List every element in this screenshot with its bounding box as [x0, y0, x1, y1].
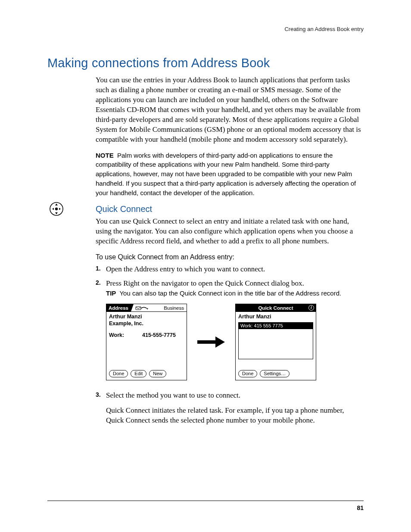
qc-title: Quick Connect	[258, 304, 293, 312]
contact-name: Arthur Manzi	[109, 314, 184, 320]
navigator-icon	[49, 202, 64, 216]
running-head: Creating an Address Book entry	[47, 26, 364, 32]
connect-method-list[interactable]: Work: 415 555 7775	[238, 322, 313, 359]
screenshot-row: Address Business	[106, 304, 364, 380]
new-button[interactable]: New	[149, 370, 166, 377]
tip-body: You can also tap the Quick Connect icon …	[119, 289, 341, 297]
step-3: Select the method you want to use to con…	[96, 391, 364, 426]
info-icon[interactable]: i	[308, 305, 314, 311]
intro-paragraph: You can use the entries in your Address …	[96, 75, 364, 145]
quick-connect-screenshot: Quick Connect i Arthur Manzi Work: 415 5…	[235, 304, 316, 380]
address-record-screenshot: Address Business	[106, 304, 187, 380]
arrow-icon	[197, 336, 225, 348]
done-button[interactable]: Done	[238, 370, 257, 377]
svg-marker-7	[147, 308, 148, 310]
qc-titlebar: Quick Connect i	[236, 304, 316, 312]
step-text: Press Right on the navigator to open the…	[106, 279, 304, 287]
svg-marker-4	[52, 208, 54, 210]
address-titlebar: Address Business	[106, 304, 187, 312]
svg-point-1	[55, 208, 58, 210]
body-column: You can use the entries in your Address …	[96, 75, 364, 426]
edit-button[interactable]: Edit	[131, 370, 146, 377]
note-body: Palm works with developers of third-part…	[96, 152, 356, 196]
category-picker[interactable]: Business	[162, 304, 187, 311]
settings-button[interactable]: Settings…	[260, 370, 290, 377]
step-1: Open the Address entry to which you want…	[96, 264, 364, 274]
quick-connect-icon[interactable]	[131, 304, 153, 311]
tip-block: TIP You can also tap the Quick Connect i…	[106, 289, 364, 298]
step-2: Press Right on the navigator to open the…	[96, 279, 364, 381]
quick-connect-heading: Quick Connect	[96, 203, 364, 215]
result-paragraph: Quick Connect initiates the related task…	[106, 406, 364, 426]
note-label: NOTE	[96, 152, 114, 159]
contact-company: Example, Inc.	[109, 320, 184, 327]
quick-connect-paragraph: You can use Quick Connect to select an e…	[96, 217, 364, 246]
field-label: Work:	[109, 332, 134, 339]
field-value: 415-555-7775	[134, 332, 184, 339]
tip-label: TIP	[106, 289, 116, 297]
step-text: Select the method you want to use to con…	[106, 391, 240, 399]
svg-marker-9	[215, 336, 225, 348]
page: Creating an Address Book entry Making co…	[0, 0, 411, 532]
note-block: NOTE Palm works with developers of third…	[96, 151, 364, 198]
svg-marker-3	[55, 212, 58, 215]
done-button[interactable]: Done	[109, 370, 128, 377]
step-text: Open the Address entry to which you want…	[106, 265, 265, 273]
work-phone-row: Work: 415-555-7775	[109, 332, 184, 339]
page-number: 81	[357, 504, 364, 511]
svg-rect-8	[197, 340, 215, 344]
address-title-tab: Address	[106, 304, 131, 311]
qc-contact-name: Arthur Manzi	[238, 314, 313, 320]
svg-marker-2	[55, 204, 58, 206]
howto-heading: To use Quick Connect from an Address ent…	[96, 252, 364, 262]
list-item-selected[interactable]: Work: 415 555 7775	[239, 323, 313, 329]
footer-rule	[47, 501, 364, 501]
steps-list: Open the Address entry to which you want…	[96, 264, 364, 426]
svg-marker-5	[59, 208, 61, 210]
section-heading: Making connections from Address Book	[47, 56, 364, 70]
